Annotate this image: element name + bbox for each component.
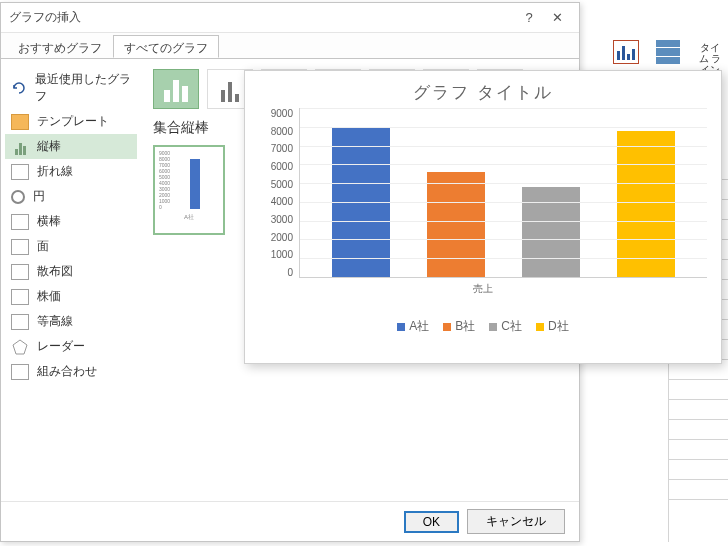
sidebar-item-label: 円: [33, 188, 45, 205]
bar-B社: [427, 172, 485, 277]
dialog-titlebar: グラフの挿入 ? ✕: [1, 3, 579, 33]
bar-C社: [522, 187, 580, 277]
stock-chart-icon: [11, 289, 29, 305]
sidebar-item-label: 株価: [37, 288, 61, 305]
radar-chart-icon: [11, 339, 29, 355]
sidebar-item-recent[interactable]: 最近使用したグラフ: [5, 67, 137, 109]
help-button[interactable]: ?: [515, 10, 543, 25]
sidebar-item-combo[interactable]: 組み合わせ: [5, 359, 137, 384]
sidebar-item-label: 散布図: [37, 263, 73, 280]
sidebar-item-label: レーダー: [37, 338, 85, 355]
tab-recommended[interactable]: おすすめグラフ: [7, 35, 113, 58]
recent-icon: [11, 80, 27, 96]
dialog-tabs: おすすめグラフ すべてのグラフ: [1, 33, 579, 59]
sidebar-item-label: 等高線: [37, 313, 73, 330]
combo-chart-icon: [11, 364, 29, 380]
sidebar-item-label: テンプレート: [37, 113, 109, 130]
sidebar-item-templates[interactable]: テンプレート: [5, 109, 137, 134]
bar-D社: [617, 131, 675, 277]
sidebar-item-scatter[interactable]: 散布図: [5, 259, 137, 284]
sidebar-item-bar[interactable]: 横棒: [5, 209, 137, 234]
tab-all-charts[interactable]: すべてのグラフ: [113, 35, 219, 58]
column-chart-icon: [11, 139, 29, 155]
sidebar-item-line[interactable]: 折れ線: [5, 159, 137, 184]
cancel-button[interactable]: キャンセル: [467, 509, 565, 534]
scatter-chart-icon: [11, 264, 29, 280]
sidebar-item-pie[interactable]: 円: [5, 184, 137, 209]
sidebar-item-label: 面: [37, 238, 49, 255]
sidebar-item-label: 縦棒: [37, 138, 61, 155]
x-axis-label: 売上: [259, 282, 707, 296]
subtype-clustered-column[interactable]: [153, 69, 199, 109]
sidebar-item-label: 組み合わせ: [37, 363, 97, 380]
dialog-title: グラフの挿入: [9, 9, 515, 26]
sidebar-item-surface[interactable]: 等高線: [5, 309, 137, 334]
sidebar-item-radar[interactable]: レーダー: [5, 334, 137, 359]
sidebar-item-label: 横棒: [37, 213, 61, 230]
chart-preview-thumbnail[interactable]: 9000800070006000500040003000200010000 A社: [153, 145, 225, 235]
chart-legend: A社B社C社D社: [259, 318, 707, 335]
sidebar-item-column[interactable]: 縦棒: [5, 134, 137, 159]
pie-chart-icon: [11, 190, 25, 204]
sidebar-item-stock[interactable]: 株価: [5, 284, 137, 309]
line-chart-icon: [11, 164, 29, 180]
dialog-footer: OK キャンセル: [1, 501, 579, 541]
ok-button[interactable]: OK: [404, 511, 459, 533]
bar-chart-icon: [11, 214, 29, 230]
chart-plot-area: 9000800070006000500040003000200010000: [259, 108, 707, 278]
area-chart-icon: [11, 239, 29, 255]
template-icon: [11, 114, 29, 130]
surface-chart-icon: [11, 314, 29, 330]
legend-item: B社: [443, 318, 475, 335]
chart-type-sidebar: 最近使用したグラフ テンプレート 縦棒 折れ線 円 横棒: [1, 59, 141, 501]
sidebar-item-area[interactable]: 面: [5, 234, 137, 259]
close-button[interactable]: ✕: [543, 10, 571, 25]
legend-item: A社: [397, 318, 429, 335]
sidebar-item-label: 折れ線: [37, 163, 73, 180]
svg-marker-0: [13, 340, 27, 354]
legend-item: D社: [536, 318, 569, 335]
chart-title: グラフ タイトル: [259, 81, 707, 104]
y-axis: 9000800070006000500040003000200010000: [259, 108, 299, 278]
sidebar-item-label: 最近使用したグラフ: [35, 71, 131, 105]
plot-region: [299, 108, 707, 278]
legend-item: C社: [489, 318, 522, 335]
thumb-caption: A社: [159, 213, 219, 222]
chart-preview-popup: グラフ タイトル 9000800070006000500040003000200…: [244, 70, 722, 364]
